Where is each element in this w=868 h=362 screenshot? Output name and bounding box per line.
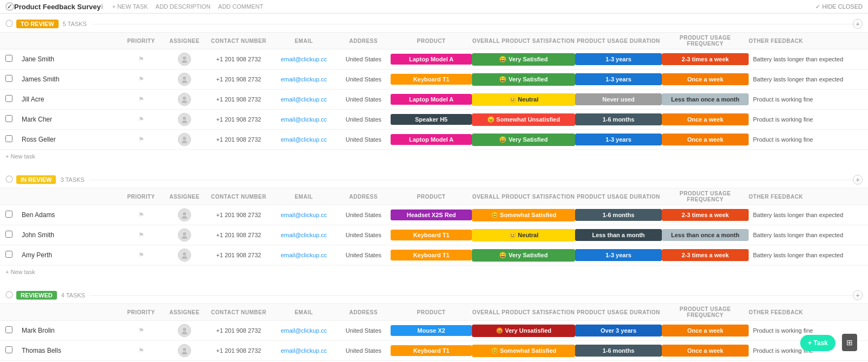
task-priority[interactable]: ⚑ bbox=[119, 136, 163, 143]
section-add-button[interactable]: + bbox=[853, 290, 863, 300]
task-assignee[interactable] bbox=[163, 249, 206, 262]
task-name[interactable]: Thomas Bells bbox=[22, 347, 119, 354]
svg-point-12 bbox=[183, 212, 186, 215]
section-add-button[interactable]: + bbox=[853, 175, 863, 185]
task-address: United States bbox=[336, 212, 391, 218]
row-checkbox[interactable] bbox=[5, 75, 22, 84]
row-checkbox[interactable] bbox=[5, 326, 22, 335]
add-task-fab[interactable]: + Task bbox=[800, 335, 835, 351]
task-feedback: Product is working fine bbox=[749, 327, 857, 334]
task-priority[interactable]: ⚑ bbox=[119, 347, 163, 354]
task-email: email@clickup.cc bbox=[271, 327, 336, 334]
section-header-to-review: TO REVIEW 5 TASKS + bbox=[0, 16, 868, 32]
info-icon[interactable]: ℹ bbox=[101, 3, 104, 10]
task-address: United States bbox=[336, 327, 391, 334]
task-priority[interactable]: ⚑ bbox=[119, 231, 163, 239]
task-frequency: Once a week bbox=[662, 73, 749, 85]
flag-icon: ⚑ bbox=[138, 75, 144, 83]
row-checkbox[interactable] bbox=[5, 95, 22, 104]
task-address: United States bbox=[336, 76, 391, 82]
new-task-action[interactable]: + NEW TASK bbox=[112, 3, 148, 10]
task-assignee[interactable] bbox=[163, 208, 206, 221]
section-header-reviewed: REVIEWED 4 TASKS + bbox=[0, 287, 868, 303]
row-checkbox[interactable] bbox=[5, 346, 22, 355]
new-task-button[interactable]: + New task bbox=[0, 150, 868, 163]
task-priority[interactable]: ⚑ bbox=[119, 327, 163, 334]
task-assignee[interactable] bbox=[163, 344, 206, 357]
table-row[interactable]: Jill Acre ⚑ +1 201 908 2732 email@clicku… bbox=[0, 90, 868, 110]
col-priority-header: PRIORITY bbox=[119, 309, 163, 315]
new-task-button[interactable]: + New task bbox=[0, 265, 868, 278]
task-priority[interactable]: ⚑ bbox=[119, 211, 163, 219]
table-column-headers: PRIORITY ASSIGNEE CONTACT NUMBER EMAIL A… bbox=[0, 32, 868, 49]
task-assignee[interactable] bbox=[163, 93, 206, 106]
table-row[interactable]: Mark Cher ⚑ +1 201 908 2732 email@clicku… bbox=[0, 110, 868, 130]
add-description-action[interactable]: ADD DESCRIPTION bbox=[156, 3, 210, 10]
task-email: email@clickup.cc bbox=[271, 232, 336, 238]
hide-closed-toggle[interactable]: ✓ HIDE CLOSED bbox=[815, 3, 863, 10]
task-name[interactable]: Mark Brolin bbox=[22, 327, 119, 334]
task-assignee[interactable] bbox=[163, 324, 206, 337]
task-name[interactable]: Amy Perth bbox=[22, 251, 119, 259]
row-checkbox[interactable] bbox=[5, 231, 22, 239]
table-row[interactable]: James Smith ⚑ +1 201 908 2732 email@clic… bbox=[0, 69, 868, 90]
section-count: 5 TASKS bbox=[63, 21, 87, 27]
table-column-headers: PRIORITY ASSIGNEE CONTACT NUMBER EMAIL A… bbox=[0, 303, 868, 321]
task-feedback: Battery lasts longer than expected bbox=[749, 56, 857, 62]
table-row[interactable]: Amy Perth ⚑ +1 201 908 2732 email@clicku… bbox=[0, 245, 868, 265]
task-address: United States bbox=[336, 347, 391, 354]
row-checkbox[interactable] bbox=[5, 115, 22, 124]
task-priority[interactable]: ⚑ bbox=[119, 55, 163, 63]
task-name[interactable]: Ross Geller bbox=[22, 136, 119, 143]
col-address-header: ADDRESS bbox=[336, 194, 391, 200]
task-frequency: Less than once a month bbox=[662, 229, 749, 241]
col-address-header: ADDRESS bbox=[336, 309, 391, 315]
table-row[interactable]: Ben Adams ⚑ +1 201 908 2732 email@clicku… bbox=[0, 205, 868, 225]
table-row[interactable]: Thomas Bells ⚑ +1 201 908 2732 email@cli… bbox=[0, 341, 868, 361]
row-checkbox[interactable] bbox=[5, 135, 22, 144]
task-assignee[interactable] bbox=[163, 73, 206, 86]
add-comment-action[interactable]: ADD COMMENT bbox=[218, 3, 263, 10]
row-checkbox[interactable] bbox=[5, 251, 22, 259]
task-assignee[interactable] bbox=[163, 113, 206, 126]
task-assignee[interactable] bbox=[163, 228, 206, 242]
section-collapse-icon[interactable] bbox=[5, 291, 16, 300]
table-row[interactable]: John Smith ⚑ +1 201 908 2732 email@click… bbox=[0, 225, 868, 245]
svg-point-3 bbox=[183, 77, 186, 80]
section-add-button[interactable]: + bbox=[853, 19, 863, 29]
task-contact: +1 201 908 2732 bbox=[206, 327, 271, 334]
task-assignee[interactable] bbox=[163, 133, 206, 146]
section-collapse-icon[interactable] bbox=[5, 20, 16, 29]
task-priority[interactable]: ⚑ bbox=[119, 251, 163, 259]
table-row[interactable]: Ross Geller ⚑ +1 201 908 2732 email@clic… bbox=[0, 130, 868, 150]
task-name[interactable]: James Smith bbox=[22, 75, 119, 83]
task-contact: +1 201 908 2732 bbox=[206, 232, 271, 238]
section-collapse-icon[interactable] bbox=[5, 175, 16, 185]
col-satisfaction-header: OVERALL PRODUCT SATISFACTION bbox=[472, 309, 575, 315]
avatar bbox=[178, 73, 191, 86]
task-priority[interactable]: ⚑ bbox=[119, 75, 163, 83]
section-count: 3 TASKS bbox=[60, 176, 84, 183]
svg-point-7 bbox=[183, 117, 186, 120]
row-checkbox[interactable] bbox=[5, 211, 22, 219]
col-satisfaction-header: OVERALL PRODUCT SATISFACTION bbox=[472, 194, 575, 200]
task-name[interactable]: Ben Adams bbox=[22, 211, 119, 219]
task-name[interactable]: Mark Cher bbox=[22, 116, 119, 123]
table-row[interactable]: Mark Brolin ⚑ +1 201 908 2732 email@clic… bbox=[0, 321, 868, 341]
task-priority[interactable]: ⚑ bbox=[119, 116, 163, 123]
task-assignee[interactable] bbox=[163, 53, 206, 66]
grid-view-button[interactable]: ⊞ bbox=[842, 334, 857, 351]
col-assignee-header: ASSIGNEE bbox=[163, 194, 206, 200]
col-email-header: EMAIL bbox=[271, 38, 336, 44]
task-name[interactable]: John Smith bbox=[22, 231, 119, 239]
task-name[interactable]: Jane Smith bbox=[22, 55, 119, 63]
task-name[interactable]: Jill Acre bbox=[22, 96, 119, 103]
row-checkbox[interactable] bbox=[5, 55, 22, 63]
table-row[interactable]: Jane Smith ⚑ +1 201 908 2732 email@click… bbox=[0, 49, 868, 69]
top-bar-actions: + NEW TASK ADD DESCRIPTION ADD COMMENT bbox=[112, 3, 264, 10]
task-email: email@clickup.cc bbox=[271, 96, 336, 103]
task-priority[interactable]: ⚑ bbox=[119, 96, 163, 103]
task-feedback: Battery lasts longer than expected bbox=[749, 252, 857, 258]
task-product: Laptop Model A bbox=[391, 134, 472, 145]
task-product: Keyboard T1 bbox=[391, 74, 472, 85]
